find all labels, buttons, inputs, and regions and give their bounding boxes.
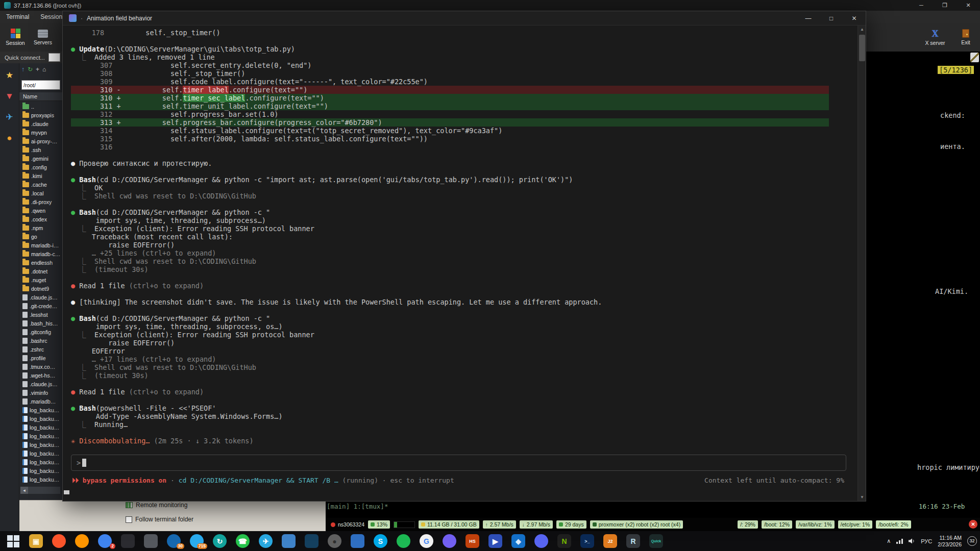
file-tree-row[interactable]: log_backu…	[19, 475, 62, 484]
scroll-down-icon[interactable]: ▼	[858, 495, 866, 499]
claude-scrollbar[interactable]: ▲ ▼	[857, 26, 866, 501]
file-tree-row[interactable]: .lesshst	[19, 310, 62, 319]
sync-app-taskbar-icon[interactable]: ↻	[212, 533, 228, 549]
claude-input-box[interactable]: >	[71, 455, 846, 471]
claude-close-button[interactable]: ✕	[843, 11, 866, 26]
file-tree-row[interactable]: .gitconfig	[19, 328, 62, 336]
file-tree-row[interactable]: .profile	[19, 354, 62, 362]
file-tree-row[interactable]: .qwen	[19, 206, 62, 215]
file-tree-row[interactable]: .tmux.co…	[19, 362, 62, 371]
menu-terminal[interactable]: Terminal	[6, 13, 29, 20]
file-tree-row[interactable]: .codex	[19, 215, 62, 223]
app-purple-taskbar-icon[interactable]	[442, 533, 457, 549]
file-tree-row[interactable]: .viminfo	[19, 388, 62, 397]
handbrake-taskbar-icon[interactable]: HS	[464, 533, 480, 549]
app-gray-taskbar-icon[interactable]	[143, 533, 159, 549]
file-tree-row[interactable]: proxyapis	[19, 111, 62, 119]
file-tree-row[interactable]: .zshrc	[19, 345, 62, 354]
add-icon[interactable]: +	[36, 66, 39, 73]
file-tree-row[interactable]: .ssh	[19, 145, 62, 154]
file-tree-row[interactable]: .npm	[19, 223, 62, 232]
file-tree-row[interactable]: .gemini	[19, 154, 62, 163]
quick-connect-label[interactable]: Quick connect...	[5, 55, 45, 61]
telegram-taskbar-icon[interactable]: ✈	[258, 533, 274, 549]
file-tree-row[interactable]: log_backu…	[19, 414, 62, 423]
remote-monitoring-option[interactable]: Remote monitoring	[126, 502, 187, 509]
tree-horizontal-scrollbar[interactable]: ◂	[20, 487, 60, 494]
file-tree-row[interactable]: log_backu…	[19, 449, 62, 458]
claude-minimize-button[interactable]: —	[797, 11, 820, 26]
home-icon[interactable]: ⌂	[42, 66, 46, 73]
discord-taskbar-icon[interactable]	[533, 533, 549, 549]
media-player-taskbar-icon[interactable]: ▶	[487, 533, 503, 549]
obs-taskbar-icon[interactable]: ●	[327, 533, 342, 549]
scroll-left-icon[interactable]: ◂	[20, 487, 28, 494]
file-tree-row[interactable]: log_backu…	[19, 432, 62, 440]
downloader-taskbar-icon[interactable]: J2	[602, 533, 618, 549]
file-tree-row[interactable]: .mariadb…	[19, 397, 62, 406]
paint-taskbar-icon[interactable]	[350, 533, 365, 549]
path-input[interactable]	[21, 80, 60, 90]
servers-button[interactable]: Servers	[30, 25, 56, 49]
github-desktop-taskbar-icon[interactable]	[120, 533, 136, 549]
scroll-up-icon[interactable]: ▲	[858, 27, 866, 32]
file-tree-row[interactable]: .bash_his…	[19, 319, 62, 328]
speaker-icon[interactable]	[909, 538, 915, 544]
brave-taskbar-icon[interactable]	[51, 533, 67, 549]
r-app-taskbar-icon[interactable]: R	[625, 533, 641, 549]
nvidia-taskbar-icon[interactable]: N	[556, 533, 572, 549]
tree-header-name[interactable]: Name	[19, 92, 62, 101]
file-tree-row[interactable]: log_backu…	[19, 423, 62, 432]
file-tree-row[interactable]: go	[19, 232, 62, 241]
claude-maximize-button[interactable]: □	[820, 11, 843, 26]
file-tree-row[interactable]: mariadb-i…	[19, 241, 62, 249]
file-tree-row[interactable]: .di-proxy	[19, 197, 62, 206]
file-tree-row[interactable]: .claude.js…	[19, 380, 62, 388]
network-icon[interactable]	[896, 538, 903, 544]
file-tree-row[interactable]: log_backu…	[19, 458, 62, 466]
telegram-unread-taskbar-icon[interactable]: 715	[189, 533, 205, 549]
file-tree-row[interactable]: .bashrc	[19, 336, 62, 345]
clock[interactable]: 11:16 AM 2/23/2026	[938, 535, 962, 548]
firefox-taskbar-icon[interactable]	[74, 533, 90, 549]
folder-blue-taskbar-icon[interactable]	[281, 533, 297, 549]
file-tree-row[interactable]: .kimi	[19, 171, 62, 180]
menu-sessions[interactable]: Sessions	[40, 13, 65, 20]
x-server-button[interactable]: X X server	[922, 25, 948, 49]
powershell-taskbar-icon[interactable]: >_	[579, 533, 595, 549]
notification-count-badge[interactable]: 32	[967, 536, 977, 546]
file-tree-row[interactable]: dotnet9	[19, 284, 62, 293]
exit-button[interactable]: Exit	[952, 25, 979, 49]
follow-terminal-folder-checkbox[interactable]	[126, 516, 132, 523]
file-tree-row[interactable]: .dotnet	[19, 267, 62, 276]
follow-terminal-folder-option[interactable]: Follow terminal folder	[126, 516, 193, 523]
status-dot-icon[interactable]: ●	[7, 133, 12, 143]
close-monitoring-icon[interactable]: ✕	[969, 520, 977, 529]
bg-maximize-button[interactable]: ❐	[933, 0, 957, 11]
file-tree-row[interactable]: .claude	[19, 119, 62, 128]
file-tree-row[interactable]: log_backu…	[19, 406, 62, 414]
chrome-profile-taskbar-icon[interactable]: 2	[97, 533, 113, 549]
start-taskbar-icon[interactable]	[5, 533, 21, 549]
file-tree-row[interactable]: .wget-hs…	[19, 371, 62, 380]
favorites-star-icon[interactable]: ★	[6, 70, 13, 81]
photos-taskbar-icon[interactable]: ◆	[510, 533, 526, 549]
tray-expand-icon[interactable]: ∧	[887, 538, 891, 544]
file-tree-row[interactable]: ..	[19, 102, 62, 111]
macros-marker-icon[interactable]: ▼	[5, 91, 14, 102]
file-tree-row[interactable]: myvpn	[19, 128, 62, 137]
file-tree-row[interactable]: .local	[19, 189, 62, 197]
paper-plane-icon[interactable]: ✈	[6, 112, 13, 122]
edge-taskbar-icon[interactable]: 30	[166, 533, 182, 549]
file-tree-row[interactable]: endlessh	[19, 258, 62, 267]
file-tree-row[interactable]: log_backu…	[19, 466, 62, 475]
up-directory-icon[interactable]: ↑	[21, 66, 24, 73]
edit-pencil-icon[interactable]	[970, 53, 979, 62]
bg-minimize-button[interactable]: ─	[910, 0, 933, 11]
scrollbar-thumb[interactable]	[859, 35, 865, 61]
file-tree-row[interactable]: .git-crede…	[19, 302, 62, 310]
bg-close-button[interactable]: ✕	[957, 0, 980, 11]
vscode-taskbar-icon[interactable]	[304, 533, 320, 549]
file-tree-row[interactable]: .claude.js…	[19, 293, 62, 302]
skype-taskbar-icon[interactable]: S	[373, 533, 388, 549]
